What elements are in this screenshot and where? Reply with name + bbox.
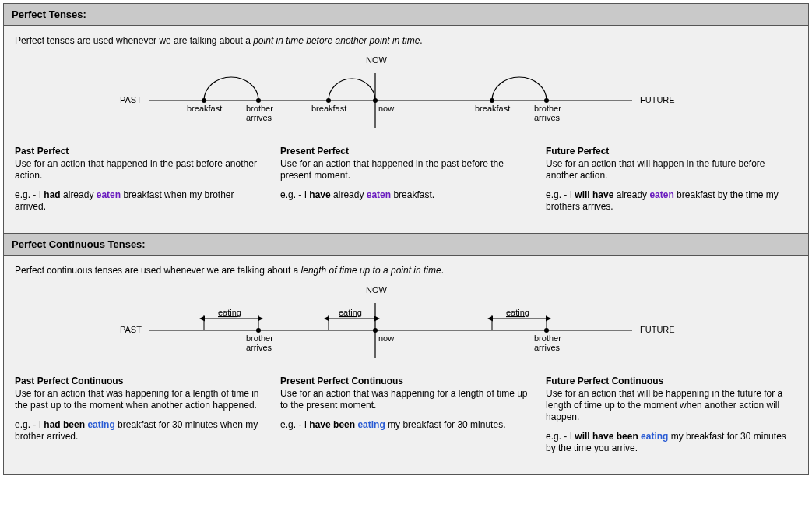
svg-text:brother: brother	[534, 333, 561, 343]
main-verb: eaten	[649, 189, 673, 200]
timeline-diagram: NOW PAST FUTURE breakfast brother arrive…	[15, 54, 797, 139]
perfect-continuous-section: Perfect Continuous Tenses: Perfect conti…	[3, 234, 809, 475]
svg-text:eating: eating	[339, 308, 362, 317]
main-verb: eating	[87, 419, 114, 430]
col-desc: Use for an action that will be happening…	[546, 388, 797, 423]
now-label: NOW	[366, 55, 388, 65]
col-example: e.g. - I had been eating breakfast for 3…	[15, 419, 266, 443]
past-perfect-col: Past Perfect Use for an action that happ…	[15, 146, 266, 220]
past-label: PAST	[120, 325, 142, 334]
svg-point-7	[326, 98, 331, 103]
past-label: PAST	[120, 95, 142, 104]
future-label: FUTURE	[640, 325, 675, 334]
intro-italic: length of time up to a point in time	[301, 265, 441, 276]
aux-verb: had	[44, 189, 60, 200]
svg-text:brother: brother	[534, 104, 561, 113]
present-perfect-col: Present Perfect Use for an action that h…	[280, 146, 532, 220]
svg-text:breakfast: breakfast	[311, 104, 346, 113]
svg-text:breakfast: breakfast	[475, 104, 510, 113]
section-header: Perfect Continuous Tenses:	[4, 234, 808, 256]
svg-text:eating: eating	[218, 308, 241, 317]
col-desc: Use for an action that happened in the p…	[280, 158, 532, 182]
svg-text:arrives: arrives	[246, 343, 272, 352]
col-title: Past Perfect Continuous	[15, 376, 266, 386]
perfcont-timeline-svg: NOW PAST FUTURE eating	[103, 284, 710, 369]
svg-text:now: now	[378, 333, 394, 343]
section-header: Perfect Tenses:	[4, 4, 808, 26]
aux-verb: will have	[575, 189, 613, 200]
tense-columns: Past Perfect Continuous Use for an actio…	[15, 376, 797, 462]
intro-text: Perfect continuous tenses are used whene…	[15, 265, 797, 276]
col-desc: Use for an action that will happen in th…	[546, 158, 797, 182]
intro-plain: Perfect tenses are used whenever we are …	[15, 35, 253, 46]
present-perfcont-col: Present Perfect Continuous Use for an ac…	[280, 376, 532, 462]
col-desc: Use for an action that was happening for…	[280, 388, 532, 411]
aux-verb: have	[309, 189, 330, 200]
svg-text:breakfast: breakfast	[187, 104, 222, 113]
timeline-diagram: NOW PAST FUTURE eating	[15, 284, 797, 369]
svg-point-22	[256, 328, 261, 333]
svg-text:now: now	[378, 104, 394, 113]
svg-text:eating: eating	[506, 308, 529, 317]
col-example: e.g. - I have been eating my breakfast f…	[280, 419, 532, 431]
main-verb: eaten	[97, 189, 121, 200]
svg-text:brother: brother	[246, 333, 273, 343]
svg-point-28	[373, 328, 378, 333]
main-verb: eating	[641, 431, 668, 442]
main-verb: eaten	[367, 189, 391, 200]
main-verb: eating	[357, 419, 385, 430]
past-perfcont-col: Past Perfect Continuous Use for an actio…	[15, 376, 266, 462]
section-body: Perfect tenses are used whenever we are …	[4, 26, 808, 233]
future-perfect-col: Future Perfect Use for an action that wi…	[546, 146, 797, 220]
section-body: Perfect continuous tenses are used whene…	[4, 256, 808, 474]
col-example: e.g. - I had already eaten breakfast whe…	[15, 189, 266, 213]
svg-point-11	[490, 98, 494, 103]
perfect-timeline-svg: NOW PAST FUTURE breakfast brother arrive…	[103, 54, 710, 139]
aux-verb: had been	[44, 419, 87, 430]
col-title: Future Perfect	[546, 146, 797, 157]
col-desc: Use for an action that happened in the p…	[15, 158, 266, 182]
intro-plain: Perfect continuous tenses are used whene…	[15, 265, 301, 276]
intro-text: Perfect tenses are used whenever we are …	[15, 35, 797, 46]
aux-verb: will have been	[575, 431, 641, 442]
perfect-tenses-section: Perfect Tenses: Perfect tenses are used …	[3, 3, 809, 234]
svg-text:arrives: arrives	[534, 343, 561, 352]
col-title: Future Perfect Continuous	[546, 376, 797, 386]
svg-text:arrives: arrives	[534, 113, 561, 122]
svg-point-2	[202, 98, 206, 103]
col-title: Present Perfect	[280, 146, 532, 157]
svg-text:arrives: arrives	[246, 113, 272, 122]
svg-point-8	[373, 98, 378, 103]
intro-end: .	[420, 35, 422, 46]
svg-point-34	[544, 328, 549, 333]
col-example: e.g. - I have already eaten breakfast.	[280, 189, 532, 201]
svg-point-12	[544, 98, 549, 103]
future-label: FUTURE	[640, 95, 675, 104]
col-example: e.g. - I will have been eating my breakf…	[546, 431, 797, 454]
col-title: Past Perfect	[15, 146, 266, 157]
tense-columns: Past Perfect Use for an action that happ…	[15, 146, 797, 220]
now-label: NOW	[366, 285, 388, 295]
col-title: Present Perfect Continuous	[280, 376, 532, 386]
aux-verb: have been	[309, 419, 357, 430]
svg-point-3	[256, 98, 261, 103]
intro-italic: point in time before another point in ti…	[253, 35, 420, 46]
intro-end: .	[441, 265, 444, 276]
col-desc: Use for an action that was happening for…	[15, 388, 266, 411]
svg-text:brother: brother	[246, 104, 273, 113]
future-perfcont-col: Future Perfect Continuous Use for an act…	[546, 376, 797, 462]
col-example: e.g. - I will have already eaten breakfa…	[546, 189, 797, 213]
